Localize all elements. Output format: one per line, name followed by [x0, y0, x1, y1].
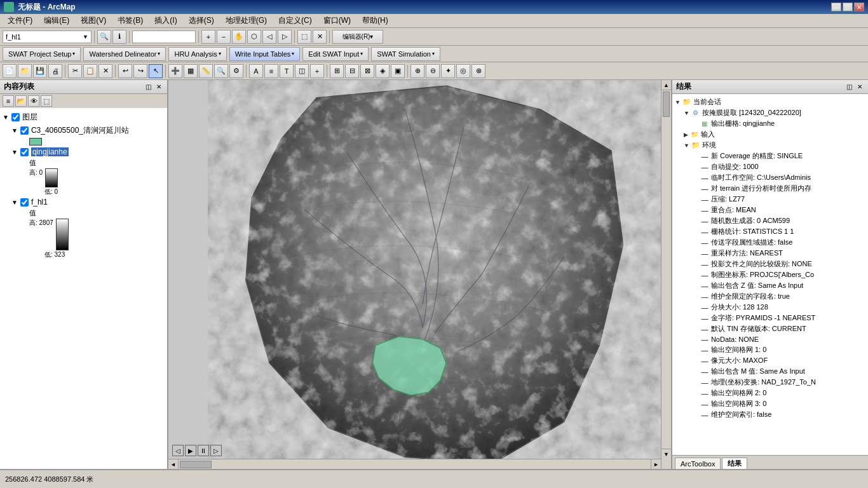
undo-btn[interactable]: ↩: [118, 64, 132, 78]
tab-results[interactable]: 结果: [722, 458, 747, 469]
menu-item-i[interactable]: 插入(I): [149, 14, 182, 27]
tool-extra-12[interactable]: ⊖: [426, 64, 440, 78]
tab-arctoolbox[interactable]: ArcToolbox: [675, 458, 721, 469]
write-input-tables-btn[interactable]: Write Input Tables ▾: [229, 47, 301, 61]
tool-extra-1[interactable]: A: [249, 64, 263, 78]
editor-dropdown-btn[interactable]: 编辑器(R)▾: [332, 30, 383, 44]
measure-btn[interactable]: 📏: [199, 64, 213, 78]
tool-extra-10[interactable]: ▣: [391, 64, 405, 78]
toc-close-btn[interactable]: ✕: [154, 83, 163, 91]
menu-item-b[interactable]: 书签(B): [112, 14, 148, 27]
toc-list-by-drawing-order[interactable]: ≡: [3, 95, 14, 107]
map-scrollbar-vertical[interactable]: ▲ ▼: [661, 80, 671, 469]
scroll-left-btn[interactable]: ◄: [168, 459, 179, 470]
toc-dock-btn[interactable]: ◫: [144, 83, 153, 91]
identify-btn[interactable]: ℹ: [112, 30, 126, 44]
new-btn[interactable]: 📄: [3, 64, 17, 78]
tree-expand-input[interactable]: ▶: [684, 132, 688, 138]
menu-item-v[interactable]: 视图(V): [76, 14, 111, 27]
map-canvas[interactable]: ◁ ▶ ⏸ ▷ ▲ ▼ ◄ ►: [168, 80, 671, 469]
full-extent-btn[interactable]: ⬡: [247, 30, 261, 44]
save-btn[interactable]: 💾: [33, 64, 47, 78]
select-btn[interactable]: ⬚: [297, 30, 311, 44]
toc-list-by-source[interactable]: 📂: [15, 95, 27, 107]
tool-extra-6[interactable]: ⊞: [330, 64, 344, 78]
cursor-btn[interactable]: ↖: [149, 64, 163, 78]
toc-group-expand[interactable]: ▼: [3, 114, 9, 121]
edit-swat-input-btn[interactable]: Edit SWAT Input ▾: [302, 47, 369, 61]
tool-extra-14[interactable]: ◎: [456, 64, 470, 78]
map-scrollbar-horizontal[interactable]: ◄ ►: [168, 459, 661, 469]
toc-layer-fhl1-expand[interactable]: ▼: [11, 199, 18, 206]
tool-extra-11[interactable]: ⊕: [410, 64, 424, 78]
tool-extra-9[interactable]: ◈: [376, 64, 390, 78]
zoom-in-btn[interactable]: +: [201, 30, 215, 44]
menu-item-e[interactable]: 编辑(E): [39, 14, 74, 27]
watershed-delineator-btn[interactable]: Watershed Delineator ▾: [83, 47, 166, 61]
menu-item-s[interactable]: 选择(S): [184, 14, 219, 27]
prev-extent-btn[interactable]: ◁: [262, 30, 276, 44]
cut-btn[interactable]: ✂: [68, 64, 82, 78]
zoom-out-btn[interactable]: −: [217, 30, 231, 44]
tool-extra-8[interactable]: ⊠: [360, 64, 374, 78]
tree-item-env[interactable]: ▼ 📁 环境: [684, 140, 865, 151]
tree-expand-env[interactable]: ▼: [684, 142, 689, 149]
copy-btn[interactable]: 📋: [83, 64, 97, 78]
toc-list-by-selection[interactable]: ⬚: [41, 95, 52, 107]
tree-expand-extract[interactable]: ▼: [684, 110, 689, 116]
layer-name-dropdown-icon[interactable]: ▼: [83, 34, 88, 40]
minimize-button[interactable]: —: [831, 3, 841, 11]
toc-layer-c3-expand[interactable]: ▼: [11, 127, 18, 134]
delete-btn[interactable]: ✕: [98, 64, 112, 78]
tree-item-input[interactable]: ▶ 📁 输入: [684, 129, 865, 140]
tool-extra-15[interactable]: ⊗: [471, 64, 485, 78]
tree-item-output-grid[interactable]: ▼ ▦ 输出栅格: qingjianhe: [693, 118, 865, 129]
toc-list-by-visibility[interactable]: 👁: [28, 95, 39, 107]
swat-project-setup-btn[interactable]: SWAT Project Setup ▾: [3, 47, 81, 61]
menu-item-w[interactable]: 窗口(W): [318, 14, 356, 27]
toc-group-checkbox[interactable]: [11, 113, 20, 121]
menu-item-g[interactable]: 地理处理(G): [220, 14, 272, 27]
map-nav-next-btn[interactable]: ▷: [210, 445, 222, 456]
tree-item-session[interactable]: ▼ 📁 当前会话: [675, 97, 865, 107]
layer-name-box[interactable]: f_hl1 ▼: [3, 30, 92, 43]
menu-item-f[interactable]: 文件(F): [3, 14, 37, 27]
swat-simulation-btn[interactable]: SWAT Simulation ▾: [371, 47, 440, 61]
geoprocessing-btn[interactable]: ⚙: [229, 64, 243, 78]
print-btn[interactable]: 🖨: [48, 64, 62, 78]
tool-extra-4[interactable]: ◫: [295, 64, 309, 78]
maximize-button[interactable]: □: [843, 3, 853, 11]
add-data-btn[interactable]: ➕: [168, 64, 182, 78]
zoom-to-layer-btn[interactable]: 🔍: [97, 30, 111, 44]
tree-expand-session[interactable]: ▼: [675, 99, 681, 105]
scroll-thumb-v[interactable]: [663, 92, 670, 117]
menu-item-h[interactable]: 帮助(H): [357, 14, 393, 27]
toc-layer-fhl1-checkbox[interactable]: [20, 198, 29, 207]
map-nav-pause-btn[interactable]: ⏸: [198, 445, 209, 456]
zoom-scale-input[interactable]: 1:4,160,396: [132, 30, 196, 43]
toc-layer-qing-checkbox[interactable]: [20, 148, 29, 156]
scroll-up-btn[interactable]: ▲: [661, 80, 671, 90]
tree-item-extract[interactable]: ▼ ⚙ 按掩膜提取 [124320_04222020]: [684, 107, 865, 118]
tool-extra-7[interactable]: ⊟: [345, 64, 359, 78]
scroll-thumb-h[interactable]: [180, 461, 212, 468]
hru-analysis-btn[interactable]: HRU Analysis ▾: [168, 47, 226, 61]
scroll-right-btn[interactable]: ►: [651, 459, 661, 470]
open-attr-btn[interactable]: ▦: [184, 64, 198, 78]
scroll-down-btn[interactable]: ▼: [661, 449, 671, 459]
results-close-btn[interactable]: ✕: [855, 83, 864, 91]
tool-extra-3[interactable]: T: [280, 64, 294, 78]
close-button[interactable]: ✕: [854, 3, 864, 11]
open-btn[interactable]: 📁: [18, 64, 32, 78]
map-nav-play-btn[interactable]: ▶: [185, 445, 196, 456]
tool-extra-2[interactable]: ≡: [264, 64, 278, 78]
toc-layer-qing-expand[interactable]: ▼: [11, 149, 18, 156]
next-extent-btn[interactable]: ▷: [278, 30, 292, 44]
menu-item-c[interactable]: 自定义(C): [273, 14, 317, 27]
pan-btn[interactable]: ✋: [232, 30, 246, 44]
find-btn[interactable]: 🔍: [214, 64, 228, 78]
toc-layer-c3-checkbox[interactable]: [20, 126, 29, 135]
tool-extra-13[interactable]: ✦: [441, 64, 455, 78]
toc-layer-qing-name[interactable]: qingjianhe: [31, 147, 69, 156]
map-nav-prev-btn[interactable]: ◁: [172, 445, 184, 456]
